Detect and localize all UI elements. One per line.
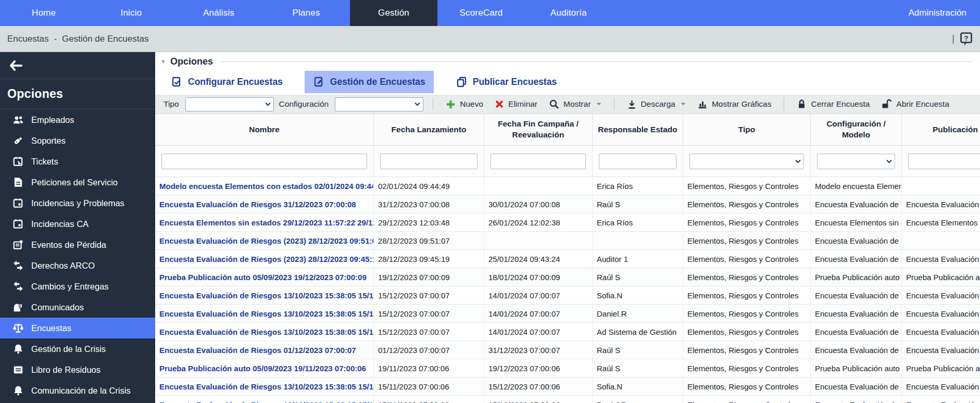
cell-type: Elementos, Riesgos y Controles xyxy=(683,268,811,286)
nav-item-scorecard[interactable]: ScoreCard xyxy=(437,0,525,26)
table-row[interactable]: Encuesta Evaluación de Riesgos 31/12/202… xyxy=(155,195,980,213)
column-header-tipo[interactable]: Tipo xyxy=(683,114,811,145)
sidebar-item-label: Incidencias CA xyxy=(31,219,89,229)
sidebar-item-derechos-arco[interactable]: Derechos ARCO xyxy=(0,255,155,276)
filter-tipo-select[interactable] xyxy=(689,154,804,169)
scales-icon xyxy=(12,322,24,334)
sidebar-item-encuestas[interactable]: Encuestas xyxy=(0,318,155,338)
table-row[interactable]: Encuesta Evaluación de Riesgos 13/10/202… xyxy=(155,396,980,403)
abrir-encuesta-button[interactable]: Abrir Encuesta xyxy=(878,99,952,109)
sidebar-item-soportes[interactable]: Soportes xyxy=(0,130,155,151)
copy-pages-icon xyxy=(456,76,468,88)
cell-name[interactable]: Encuesta Evaluación de Riesgos (2023) 28… xyxy=(155,232,374,249)
filter-nombre-input[interactable] xyxy=(161,154,367,169)
caret-down-icon xyxy=(596,103,601,106)
breadcrumb-separator: - xyxy=(54,34,57,44)
cell-name[interactable]: Encuesta Evaluación de Riesgos 13/10/202… xyxy=(155,305,374,322)
cell-responsible: Sofia.N xyxy=(593,377,683,395)
cell-name[interactable]: Encuesta Evaluación de Riesgos 13/10/202… xyxy=(155,377,374,395)
cell-name[interactable]: Prueba Publicación auto 05/09/2023 19/11… xyxy=(155,359,374,377)
sidebar-item-gestion-crisis[interactable]: Gestión de la Crisis xyxy=(0,338,155,359)
cell-name[interactable]: Encuesta Elementos sin estados 29/12/202… xyxy=(155,213,374,231)
cell-name[interactable]: Encuesta Evaluación de Riesgos 13/10/202… xyxy=(155,396,374,403)
cell-name[interactable]: Encuesta Evaluación de Riesgos 31/12/202… xyxy=(155,195,374,213)
tab-publicar-encuestas[interactable]: Publicar Encuestas xyxy=(447,71,565,93)
eliminar-button[interactable]: Eliminar xyxy=(492,99,541,109)
sidebar-item-comunicados[interactable]: Comunicados xyxy=(0,297,155,318)
tab-configurar-encuestas[interactable]: Configurar Encuestas xyxy=(162,71,291,93)
column-header-publicacion[interactable]: Publicación xyxy=(902,114,980,145)
column-header-configuracion-modelo[interactable]: Configuración / Modelo xyxy=(811,114,902,145)
sidebar-item-incidencias-ca[interactable]: Incidencias CA xyxy=(0,213,155,234)
sidebar-item-cambios-entregas[interactable]: Cambios y Entregas xyxy=(0,276,155,297)
nuevo-button[interactable]: Nuevo xyxy=(443,99,486,109)
cell-publication: Encuesta Evaluación de Riesgos xyxy=(902,195,980,213)
calendar-icon xyxy=(12,218,24,230)
bar-chart-icon xyxy=(697,99,708,109)
sidebar-item-libro-residuos[interactable]: Libro de Residuos xyxy=(0,359,155,380)
cell-launch: 31/12/2023 07:00:08 xyxy=(374,195,484,213)
caret-down-icon xyxy=(681,103,686,106)
tab-gestion-encuestas[interactable]: Gestión de Encuestas xyxy=(305,71,434,93)
column-header-fecha-fin[interactable]: Fecha Fin Campaña / Reevaluación xyxy=(484,114,593,145)
column-header-nombre[interactable]: Nombre xyxy=(155,114,374,145)
cell-end: 31/12/2023 07:00:07 xyxy=(484,341,593,359)
breadcrumb-bar: Encuestas - Gestión de Encuestas | ? xyxy=(0,26,980,52)
tab-label: Gestión de Encuestas xyxy=(330,77,425,87)
cell-name[interactable]: Encuesta Evaluación de Riesgos 01/12/202… xyxy=(155,341,374,359)
tipo-filter-select[interactable] xyxy=(185,97,274,111)
sidebar-item-accidente-ambiental[interactable]: Accidente Ambiental xyxy=(0,401,155,403)
cell-type: Elementos, Riesgos y Controles xyxy=(683,177,811,195)
filter-fecha-fin-input[interactable] xyxy=(491,154,586,169)
sidebar-item-eventos-perdida[interactable]: Eventos de Pérdida xyxy=(0,234,155,255)
filter-fecha-lanzamiento-input[interactable] xyxy=(380,154,478,169)
table-row[interactable]: Prueba Publicación auto 05/09/2023 19/12… xyxy=(155,268,980,286)
help-icon[interactable]: ? xyxy=(960,32,973,46)
sidebar-item-comunicacion-crisis[interactable]: Comunicación de la Crisis xyxy=(0,380,155,401)
nav-item-administracion[interactable]: Administración xyxy=(895,0,980,26)
table-row[interactable]: Encuesta Evaluación de Riesgos 13/10/202… xyxy=(155,305,980,323)
mostrar-graficas-button[interactable]: Mostrar Gráficas xyxy=(694,99,775,109)
nav-item-inicio[interactable]: Inicio xyxy=(87,0,175,26)
nav-item-gestion[interactable]: Gestión xyxy=(350,0,437,26)
nav-item-analisis[interactable]: Análisis xyxy=(175,0,262,26)
nav-item-auditoria[interactable]: Auditoría xyxy=(525,0,612,26)
nav-item-planes[interactable]: Planes xyxy=(262,0,350,26)
cerrar-encuesta-button[interactable]: Cerrar Encuesta xyxy=(794,99,873,109)
sidebar-item-incidencias-problemas[interactable]: Incidencias y Problemas xyxy=(0,193,155,213)
descarga-button[interactable]: Descarga xyxy=(624,99,689,109)
sidebar-item-peticiones[interactable]: Peticiones del Servicio xyxy=(0,172,155,193)
table-row[interactable]: Modelo encuesta Elementos con estados 02… xyxy=(155,177,980,195)
table-row[interactable]: Prueba Publicación auto 05/09/2023 19/11… xyxy=(155,359,980,377)
cell-name[interactable]: Prueba Publicación auto 05/09/2023 19/12… xyxy=(155,268,374,286)
cell-name[interactable]: Encuesta Evaluación de Riesgos 13/10/202… xyxy=(155,286,374,304)
cell-name[interactable]: Encuesta Evaluación de Riesgos 13/10/202… xyxy=(155,323,374,341)
bell-icon xyxy=(12,343,24,355)
table-row[interactable]: Encuesta Evaluación de Riesgos 13/10/202… xyxy=(155,323,980,341)
table-row[interactable]: Encuesta Evaluación de Riesgos 13/10/202… xyxy=(155,377,980,396)
mostrar-button[interactable]: Mostrar xyxy=(546,99,605,109)
filter-publicacion-input[interactable] xyxy=(908,154,980,169)
cell-name[interactable]: Encuesta Evaluación de Riesgos (2023) 28… xyxy=(155,250,374,268)
descarga-label: Descarga xyxy=(641,99,675,109)
table-row[interactable]: Encuesta Evaluación de Riesgos 01/12/202… xyxy=(155,341,980,359)
configuracion-filter-select[interactable] xyxy=(335,97,423,111)
filter-configuracion-select[interactable] xyxy=(817,154,895,169)
table-row[interactable]: Encuesta Evaluación de Riesgos 13/10/202… xyxy=(155,286,980,305)
table-row[interactable]: Encuesta Evaluación de Riesgos (2023) 28… xyxy=(155,250,980,268)
swap-arrows-icon xyxy=(12,281,24,292)
nav-item-home[interactable]: Home xyxy=(0,0,87,26)
table-row[interactable]: Encuesta Elementos sin estados 29/12/202… xyxy=(155,213,980,232)
sidebar-item-tickets[interactable]: Tickets xyxy=(0,151,155,172)
sidebar-item-label: Cambios y Entregas xyxy=(31,282,109,292)
collapse-triangle-icon[interactable]: ▼ xyxy=(160,58,166,65)
filter-responsable-input[interactable] xyxy=(599,154,676,169)
sidebar-collapse-button[interactable] xyxy=(0,52,155,79)
cell-config: Encuesta Evaluación de Riesgos xyxy=(811,195,902,213)
table-row[interactable]: Encuesta Evaluación de Riesgos (2023) 28… xyxy=(155,232,980,250)
column-header-fecha-lanzamiento[interactable]: Fecha Lanzamiento xyxy=(374,114,484,145)
sidebar-item-empleados[interactable]: Empleados xyxy=(0,109,155,130)
breadcrumb-section[interactable]: Encuestas xyxy=(7,34,48,44)
cell-name[interactable]: Modelo encuesta Elementos con estados 02… xyxy=(155,177,374,195)
column-header-responsable-estado[interactable]: Responsable Estado xyxy=(593,114,683,145)
